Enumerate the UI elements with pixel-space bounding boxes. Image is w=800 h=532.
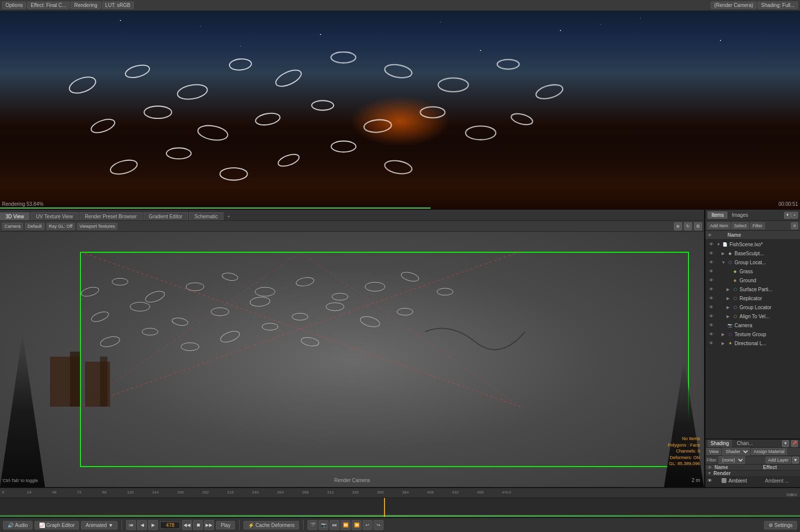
settings-button[interactable]: ⚙ Settings bbox=[764, 521, 797, 530]
add-item-button[interactable]: Add Item bbox=[708, 222, 730, 229]
arrow-replicator[interactable]: ▶ bbox=[726, 296, 732, 301]
tab-items[interactable]: Items bbox=[708, 211, 728, 219]
eye-grouplocator2[interactable]: 👁 bbox=[708, 304, 714, 311]
eye-directional[interactable]: 👁 bbox=[708, 340, 714, 347]
graph-editor-button[interactable]: 📈 Graph Editor bbox=[34, 521, 80, 530]
playback-btn-5[interactable]: ⏪ bbox=[352, 520, 362, 530]
tab-uv-texture[interactable]: UV Texture View bbox=[30, 212, 78, 220]
ray-gl-button[interactable]: Ray GL: Off bbox=[46, 223, 75, 230]
eye-grass[interactable]: 👁 bbox=[708, 268, 714, 275]
items-panel-menu[interactable]: ▼ bbox=[784, 212, 791, 219]
tree-item-directional[interactable]: 👁 ▶ ☀ Directional L... bbox=[706, 339, 800, 348]
divider-2 bbox=[239, 520, 240, 530]
tree-item-root[interactable]: 👁 ▼ 📄 FishScene.lxo* bbox=[706, 240, 800, 249]
tree-item-replicator[interactable]: 👁 ▶ ⬡ Replicator bbox=[706, 294, 800, 303]
items-panel-close[interactable]: × bbox=[791, 212, 798, 219]
eye-grouplocator1[interactable]: 👁 bbox=[708, 259, 714, 266]
tab-shading[interactable]: Shading bbox=[708, 440, 732, 447]
skip-start-button[interactable]: ⏮ bbox=[126, 520, 136, 530]
playback-btn-6[interactable]: ↩ bbox=[362, 520, 372, 530]
arrow-basesculpt[interactable]: ▶ bbox=[722, 251, 726, 256]
arrow-root[interactable]: ▼ bbox=[716, 242, 722, 247]
crosshair-icon[interactable]: ⊕ bbox=[674, 222, 682, 230]
tab-schematic[interactable]: Schematic bbox=[189, 212, 224, 220]
tree-item-texturegroup[interactable]: 👁 ▶ ⬡ Texture Group bbox=[706, 330, 800, 339]
tree-item-ground[interactable]: 👁 ◆ Ground bbox=[706, 276, 800, 285]
effect-button[interactable]: Effect: Final C... bbox=[27, 1, 70, 9]
shading-shader-select[interactable]: Shader bbox=[722, 448, 750, 456]
play-forward-button[interactable]: ▶▶ bbox=[204, 520, 214, 530]
tree-item-grouplocator2[interactable]: 👁 ▶ ⬡ Group Locator bbox=[706, 303, 800, 312]
tab-add[interactable]: + bbox=[224, 213, 234, 220]
arrow-directional[interactable]: ▶ bbox=[722, 341, 726, 346]
filter-menu[interactable]: ▼ bbox=[792, 457, 799, 464]
timeline-ruler[interactable]: 0 24 48 72 96 120 144 168 192 216 240 26… bbox=[0, 488, 800, 498]
shading-view-button[interactable]: View bbox=[706, 448, 721, 455]
arrow-surfaceparti[interactable]: ▶ bbox=[726, 287, 732, 292]
shading-button[interactable]: Shading: Full... bbox=[758, 1, 798, 9]
add-layer-button[interactable]: Add Layer bbox=[766, 457, 791, 464]
eye-ground[interactable]: 👁 bbox=[708, 277, 714, 284]
timeline-content[interactable] bbox=[0, 498, 800, 517]
eye-surfaceparti[interactable]: 👁 bbox=[708, 286, 714, 293]
tab-gradient-editor[interactable]: Gradient Editor bbox=[144, 212, 188, 220]
step-back-button[interactable]: ◀ bbox=[137, 520, 147, 530]
tree-item-basesculpt[interactable]: 👁 ▶ ◆ BaseSculpt... bbox=[706, 249, 800, 258]
tab-render-preset[interactable]: Render Preset Browser bbox=[80, 212, 142, 220]
viewport-textures-button[interactable]: Viewport Textures bbox=[77, 223, 118, 230]
cache-deformers-button[interactable]: ⚡ Cache Deformers bbox=[244, 521, 299, 530]
arrow-grouplocator1[interactable]: ▼ bbox=[722, 260, 726, 265]
playback-btn-1[interactable]: 🎬 bbox=[308, 520, 318, 530]
arrow-texturegroup[interactable]: ▶ bbox=[722, 332, 726, 337]
assign-material-button[interactable]: Assign Material bbox=[751, 448, 787, 455]
tab-3d-view[interactable]: 3D View bbox=[0, 212, 30, 220]
step-forward-button[interactable]: ▶ bbox=[148, 520, 158, 530]
eye-root[interactable]: 👁 bbox=[708, 241, 714, 248]
tree-item-surfaceparti[interactable]: 👁 ▶ ⬡ Surface Parti... bbox=[706, 285, 800, 294]
play-stop-button[interactable]: ⏹ bbox=[193, 520, 203, 530]
tree-item-camera[interactable]: 👁 📷 Camera bbox=[706, 321, 800, 330]
arrow-aligntovel[interactable]: ▶ bbox=[726, 314, 732, 319]
filter-select[interactable]: (none) bbox=[718, 456, 745, 464]
playback-btn-7[interactable]: ↪ bbox=[374, 520, 384, 530]
playback-btn-4[interactable]: ⏩ bbox=[340, 520, 350, 530]
camera-view-button[interactable]: Camera bbox=[2, 223, 23, 230]
play-back-button[interactable]: ◀◀ bbox=[182, 520, 192, 530]
items-sort-icon[interactable]: ≡ bbox=[791, 222, 798, 229]
filter-button[interactable]: Filter bbox=[750, 222, 765, 229]
eye-camera[interactable]: 👁 bbox=[708, 322, 714, 329]
play-button[interactable]: Play bbox=[216, 521, 234, 530]
select-button[interactable]: Select bbox=[732, 222, 749, 229]
playback-btn-3[interactable]: ⏭ bbox=[330, 520, 340, 530]
animated-button[interactable]: Animated ▼ bbox=[81, 521, 118, 530]
view-3d-canvas[interactable]: 'Ctrl-Tab' to toggle Render Camera No It… bbox=[0, 232, 704, 487]
shading-panel-menu[interactable]: ▼ bbox=[782, 440, 789, 447]
rendering-button[interactable]: Rendering bbox=[70, 1, 100, 9]
frame-display[interactable]: 478 bbox=[160, 522, 180, 529]
section-render[interactable]: ▼ Render bbox=[706, 471, 800, 476]
options-button[interactable]: Options bbox=[2, 1, 26, 9]
default-view-button[interactable]: Default bbox=[25, 223, 44, 230]
eye-replicator[interactable]: 👁 bbox=[708, 295, 714, 302]
shading-panel-pin[interactable]: 📌 bbox=[791, 440, 798, 447]
tab-channels[interactable]: Chan... bbox=[734, 440, 756, 447]
refresh-icon[interactable]: ↻ bbox=[684, 222, 692, 230]
settings-icon-3d[interactable]: ⚙ bbox=[694, 222, 702, 230]
audio-button[interactable]: 🔊 Audio bbox=[3, 521, 32, 530]
label-grouplocator1: Group Locat... bbox=[734, 260, 800, 265]
playback-btn-2[interactable]: 📷 bbox=[318, 520, 328, 530]
tree-item-aligntovel[interactable]: 👁 ▶ ⬡ Align To Vel... bbox=[706, 312, 800, 321]
eye-basesculpt[interactable]: 👁 bbox=[708, 250, 714, 257]
arrow-grouplocator2[interactable]: ▶ bbox=[726, 305, 732, 310]
mark-432: 432 bbox=[452, 490, 458, 495]
shader-ambient[interactable]: 👁 Ambient Ambient ... bbox=[706, 476, 800, 485]
tab-images[interactable]: Images bbox=[728, 211, 752, 219]
eye-aligntovel[interactable]: 👁 bbox=[708, 313, 714, 320]
eye-ambient[interactable]: 👁 bbox=[708, 478, 714, 483]
tree-item-grass[interactable]: 👁 ◆ Grass bbox=[706, 267, 800, 276]
eye-texturegroup[interactable]: 👁 bbox=[708, 331, 714, 338]
camera-button[interactable]: (Render Camera) bbox=[710, 1, 756, 9]
lut-button[interactable]: LUT: sRGB bbox=[102, 1, 134, 9]
icon-replicator: ⬡ bbox=[732, 295, 738, 302]
tree-item-grouplocator1[interactable]: 👁 ▼ ⬡ Group Locat... bbox=[706, 258, 800, 267]
